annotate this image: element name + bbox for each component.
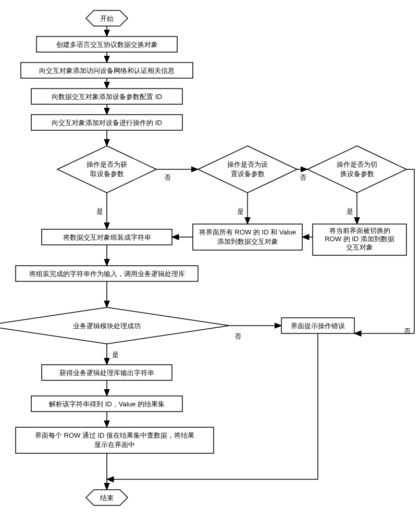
n4-label: 向交互对象添加对设备进行操作的 ID: [52, 119, 162, 127]
start-label: 开始: [100, 15, 114, 22]
d1-label-1: 操作是否为获: [87, 160, 127, 168]
n2-label: 向交互对象添加访问设备网络和认证相关信息: [39, 67, 175, 75]
n3-label: 向数据交互对象添加设备参数配置 ID: [52, 93, 162, 101]
d4-label: 业务逻辑模块处理成功: [73, 322, 141, 330]
d1-no-label: 否: [164, 173, 171, 181]
n5-label: 将数据交互对象组装成字符串: [63, 233, 151, 241]
d1-yes-label: 是: [96, 207, 103, 215]
d2-label-2: 置设备参数: [231, 170, 265, 178]
decision-d2: [198, 146, 297, 193]
n7-label-2: ROW 的 ID 添加到数据: [325, 235, 394, 243]
n9-label: 界面提示操作错误: [291, 322, 345, 330]
end-label: 结束: [100, 494, 114, 502]
d3-yes-label: 是: [347, 207, 353, 215]
n11-label: 解析该字符串得到 ID，Value 的结果集: [49, 400, 165, 408]
flowchart-diagram: 开始 创建多语言交互协议数据交换对象 向交互对象添加访问设备网络和认证相关信息 …: [0, 0, 420, 521]
d4-no-label: 否: [234, 332, 241, 340]
d3-label-1: 操作是否为切: [337, 160, 377, 168]
d1-label-2: 取设备参数: [90, 170, 124, 178]
d2-no-label: 否: [300, 173, 306, 181]
n7-label-3: 交互对象: [346, 243, 373, 251]
d3-no-label: 否: [404, 327, 411, 335]
d4-yes-label: 是: [112, 351, 119, 358]
n6-label-2: 添加到数据交互对象: [217, 238, 278, 245]
d2-label-1: 操作是否为设: [227, 160, 268, 168]
n6-label-1: 将界面所有 ROW 的 ID 和 Value: [199, 228, 296, 236]
n12-label-1: 界面每个 ROW 通过 ID 值在结果集中查数据，将结果: [35, 431, 194, 439]
d2-yes-label: 是: [237, 207, 244, 215]
n1-label: 创建多语言交互协议数据交换对象: [56, 41, 158, 48]
d3-label-2: 换设备参数: [340, 170, 374, 178]
n10-label: 获得业务逻辑处理库输出字符串: [59, 369, 154, 377]
n7-label-1: 将当前界面被切换的: [329, 227, 390, 234]
n12-label-2: 显示在界面中: [94, 441, 135, 449]
n8-label: 将组装完成的字符串作为输入，调用业务逻辑处理库: [29, 270, 185, 278]
decision-d1: [57, 146, 156, 193]
decision-d3: [307, 146, 406, 193]
